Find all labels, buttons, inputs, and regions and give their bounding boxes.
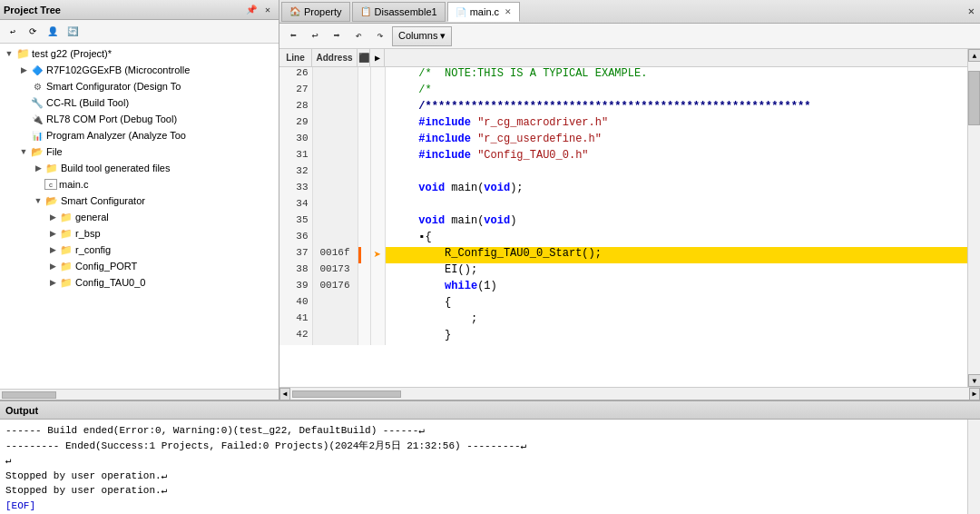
hscroll-track[interactable] (292, 390, 967, 398)
editor-tabbar: 🏠 Property 📋 Disassemble1 📄 main.c ✕ ✕ (279, 0, 980, 24)
bp-37[interactable] (358, 247, 370, 263)
arrow-30 (370, 133, 385, 149)
rconfig-icon: 📁 (59, 243, 74, 256)
undo2-btn[interactable]: ↶ (348, 26, 368, 46)
tree-label-rbsp: r_bsp (75, 228, 101, 239)
bp-31[interactable] (358, 149, 370, 165)
tab-property[interactable]: 🏠 Property (281, 2, 350, 22)
tab-mainc[interactable]: 📄 main.c ✕ (447, 2, 520, 22)
tree-item-smartconfig2[interactable]: ▼ 📂 Smart Configurator (0, 193, 279, 209)
bp-27[interactable] (358, 84, 370, 100)
tree-item-general[interactable]: ▶ 📁 general (0, 209, 279, 225)
code-row-26: 26 /* NOTE:THIS IS A TYPICAL EXAMPLE. (279, 67, 967, 84)
editor-vscrollbar[interactable]: ▲ ▼ (967, 49, 980, 387)
scroll-track[interactable] (968, 62, 980, 374)
tree-item-buildfiles[interactable]: ▶ 📁 Build tool generated files (0, 160, 279, 176)
refresh-btn[interactable]: ⟳ (24, 23, 42, 41)
bp-36[interactable] (358, 231, 370, 247)
back-btn[interactable]: ⬅ (283, 26, 303, 46)
hscroll-left-btn[interactable]: ◀ (279, 388, 290, 400)
tab-disassemble[interactable]: 📋 Disassemble1 (352, 2, 446, 22)
output-vscrollbar[interactable] (967, 420, 980, 514)
tree-label-general: general (75, 212, 109, 222)
code-content-36: ▪{ (385, 231, 967, 247)
addr-27 (312, 84, 358, 100)
mainc-file-icon: c (44, 179, 57, 190)
tree-item-root[interactable]: ▼ 📁 test g22 (Project)* (0, 45, 279, 62)
tree-label-mainc: main.c (59, 179, 88, 190)
code-content-26: /* NOTE:THIS IS A TYPICAL EXAMPLE. (385, 67, 967, 84)
bp-42[interactable] (358, 329, 370, 345)
tree-item-configtau[interactable]: ▶ 📁 Config_TAU0_0 (0, 274, 279, 291)
scroll-thumb[interactable] (968, 71, 980, 125)
addr-35 (312, 214, 358, 231)
col-header-bp: ⬛ (358, 49, 370, 66)
tree-item-file[interactable]: ▼ 📂 File (0, 143, 279, 160)
code-area[interactable]: Line Address ⬛ ▶ 26 /* NOTE:THIS IS A TY… (279, 49, 967, 387)
bp-41[interactable] (358, 312, 370, 329)
configtau-icon: 📁 (59, 276, 74, 289)
scroll-down-btn[interactable]: ▼ (968, 374, 980, 387)
bp-28[interactable] (358, 100, 370, 116)
scroll-up-btn[interactable]: ▲ (968, 49, 980, 62)
line-num-35: 35 (279, 214, 312, 231)
redo-btn[interactable]: ↷ (370, 26, 390, 46)
bp-30[interactable] (358, 133, 370, 149)
expander-ccrl (18, 97, 29, 108)
close-panel-icon[interactable]: ✕ (260, 3, 275, 17)
bp-34[interactable] (358, 198, 370, 214)
code-row-38: 3800173 EI(); (279, 263, 967, 280)
code-row-33: 33 void main(void); (279, 182, 967, 198)
tree-item-analyzer[interactable]: 📊 Program Analyzer (Analyze Too (0, 127, 279, 143)
user-btn[interactable]: 👤 (44, 23, 62, 41)
tree-item-mainc[interactable]: c main.c (0, 176, 279, 193)
tree-label-rconfig: r_config (75, 244, 111, 255)
bp-38[interactable] (358, 263, 370, 280)
tree-item-ccrl[interactable]: 🔧 CC-RL (Build Tool) (0, 94, 279, 111)
expander-rconfig: ▶ (47, 244, 58, 255)
addr-34 (312, 198, 358, 214)
addr-26 (312, 67, 358, 84)
line-num-31: 31 (279, 149, 312, 165)
tree-item-rl78[interactable]: 🔌 RL78 COM Port (Debug Tool) (0, 111, 279, 127)
bp-26[interactable] (358, 67, 370, 84)
line-num-42: 42 (279, 329, 312, 345)
tree-item-rbsp[interactable]: ▶ 📁 r_bsp (0, 225, 279, 242)
config-btn[interactable]: 🔄 (64, 23, 82, 41)
code-content-34 (385, 198, 967, 214)
arrow-40 (370, 296, 385, 312)
editor-hscrollbar[interactable]: ◀ ▶ (279, 387, 980, 400)
bp-33[interactable] (358, 182, 370, 198)
tree-label-configport: Config_PORT (75, 261, 137, 272)
editor-body: Line Address ⬛ ▶ 26 /* NOTE:THIS IS A TY… (279, 49, 980, 387)
output-line-4: Stopped by user operation.↵ (5, 469, 962, 484)
col-header-address: Address (312, 49, 358, 66)
columns-dropdown[interactable]: Columns ▾ (392, 26, 452, 46)
code-content-28: /***************************************… (385, 100, 967, 116)
tab-close-mainc[interactable]: ✕ (505, 7, 512, 16)
bp-32[interactable] (358, 165, 370, 182)
forward-btn[interactable]: ➡ (327, 26, 347, 46)
tree-item-mcu[interactable]: ▶ 🔷 R7F102GGExFB (Microcontrolle (0, 62, 279, 78)
hscroll-right-btn[interactable]: ▶ (969, 388, 980, 400)
bp-40[interactable] (358, 296, 370, 312)
bp-39[interactable] (358, 280, 370, 296)
output-header: Output (0, 401, 980, 420)
tree-item-rconfig[interactable]: ▶ 📁 r_config (0, 242, 279, 258)
rl78-icon: 🔌 (30, 113, 44, 125)
editor-close-btn[interactable]: ✕ (965, 5, 978, 18)
line-num-29: 29 (279, 116, 312, 133)
bp-29[interactable] (358, 116, 370, 133)
pin-icon[interactable]: 📌 (244, 3, 259, 17)
disassemble-tab-icon: 📋 (360, 6, 371, 16)
code-row-27: 27 /* (279, 84, 967, 100)
tree-item-smartconfig[interactable]: ⚙ Smart Configurator (Design To (0, 78, 279, 94)
bp-35[interactable] (358, 214, 370, 231)
tree-item-configport[interactable]: ▶ 📁 Config_PORT (0, 258, 279, 274)
code-content-31: #include "Config_TAU0_0.h" (385, 149, 967, 165)
sync-btn[interactable]: ↩ (4, 23, 22, 41)
ccrl-icon: 🔧 (30, 96, 44, 109)
tree-hscrollbar[interactable] (0, 389, 279, 400)
addr-41 (312, 312, 358, 329)
undo-btn[interactable]: ↩ (305, 26, 325, 46)
